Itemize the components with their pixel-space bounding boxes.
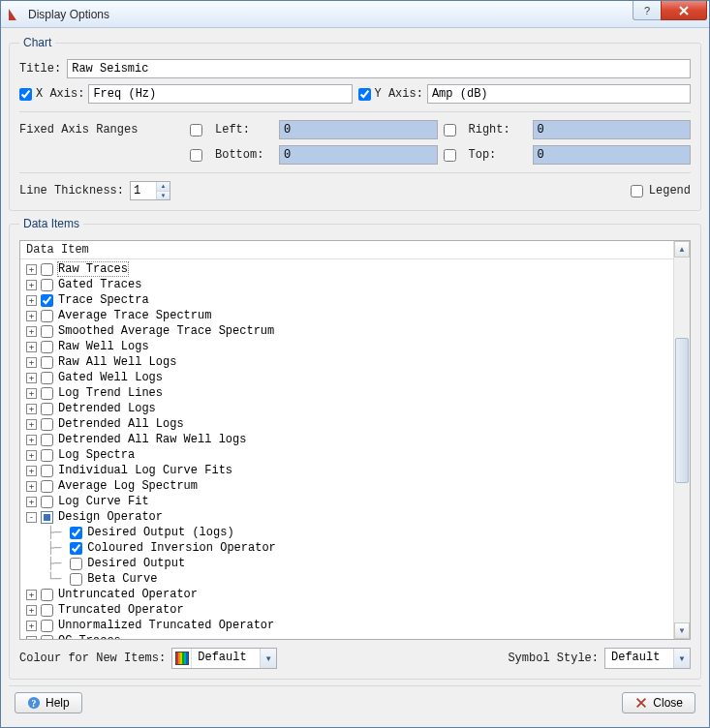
expand-icon[interactable]: + <box>26 481 37 492</box>
xaxis-input[interactable] <box>88 84 352 104</box>
tree-item[interactable]: +Detrended All Logs <box>20 416 673 432</box>
tree-item[interactable]: +Truncated Operator <box>20 602 673 618</box>
tree-checkbox[interactable] <box>41 418 53 431</box>
expand-icon[interactable]: + <box>26 605 37 616</box>
tree-child-item[interactable]: └─ Beta Curve <box>20 571 673 587</box>
expand-icon[interactable]: + <box>26 264 37 275</box>
tree-item[interactable]: +Detrended All Raw Well logs <box>20 432 673 447</box>
symbol-dropdown-button[interactable]: ▼ <box>673 649 690 668</box>
tree-child-item[interactable]: ├─ Coloured Inversion Operator <box>20 540 673 556</box>
tree-checkbox[interactable] <box>41 604 53 617</box>
expand-icon[interactable]: + <box>26 357 37 368</box>
line-thickness-spinner[interactable]: ▲ ▼ <box>130 181 170 200</box>
tree-checkbox[interactable] <box>41 279 53 291</box>
bottom-input[interactable] <box>279 145 438 165</box>
tree-item[interactable]: +Untruncated Operator <box>20 587 673 602</box>
data-items-tree[interactable]: Data Item +Raw Traces+Gated Traces+Trace… <box>20 241 673 639</box>
symbol-combo[interactable]: Default ▼ <box>604 648 691 669</box>
colour-dropdown-button[interactable]: ▼ <box>260 649 276 668</box>
right-checkbox[interactable] <box>444 124 456 136</box>
tree-checkbox-mixed[interactable] <box>41 511 53 524</box>
tree-checkbox[interactable] <box>41 403 53 415</box>
legend-checkbox[interactable] <box>631 185 643 197</box>
top-checkbox[interactable] <box>444 149 456 162</box>
tree-checkbox[interactable] <box>41 449 53 462</box>
left-input[interactable] <box>279 120 438 139</box>
expand-icon[interactable]: + <box>26 311 37 321</box>
top-input[interactable] <box>533 145 692 165</box>
tree-checkbox[interactable] <box>41 589 53 601</box>
tree-checkbox[interactable] <box>41 635 53 640</box>
tree-item[interactable]: +Raw Traces <box>20 261 673 277</box>
tree-checkbox[interactable] <box>70 527 82 539</box>
yaxis-input[interactable] <box>427 84 691 104</box>
tree-item[interactable]: +Unnormalized Truncated Operator <box>20 618 673 633</box>
colour-combo[interactable]: Default ▼ <box>171 648 277 669</box>
tree-checkbox[interactable] <box>41 341 53 353</box>
expand-icon[interactable]: + <box>26 388 37 399</box>
tree-item[interactable]: -Design Operator <box>20 509 673 525</box>
tree-item[interactable]: +Smoothed Average Trace Spectrum <box>20 323 673 339</box>
spinner-up-button[interactable]: ▲ <box>157 182 170 192</box>
expand-icon[interactable]: + <box>26 373 37 383</box>
expand-icon[interactable]: + <box>26 497 37 507</box>
spinner-down-button[interactable]: ▼ <box>157 192 170 200</box>
tree-child-item[interactable]: ├─ Desired Output <box>20 556 673 571</box>
tree-item[interactable]: +Average Log Spectrum <box>20 478 673 494</box>
tree-checkbox[interactable] <box>41 620 53 632</box>
tree-checkbox[interactable] <box>41 263 53 276</box>
tree-scrollbar[interactable]: ▲ ▼ <box>673 241 690 639</box>
scroll-down-button[interactable]: ▼ <box>674 622 690 639</box>
expand-icon[interactable]: + <box>26 342 37 352</box>
tree-checkbox[interactable] <box>41 325 53 338</box>
title-input[interactable] <box>67 59 691 78</box>
tree-item[interactable]: +Gated Traces <box>20 277 673 292</box>
line-thickness-input[interactable] <box>131 182 156 199</box>
expand-icon[interactable]: + <box>26 295 37 306</box>
tree-checkbox[interactable] <box>41 356 53 369</box>
right-input[interactable] <box>533 120 692 139</box>
collapse-icon[interactable]: - <box>26 512 37 523</box>
expand-icon[interactable]: + <box>26 404 37 414</box>
tree-checkbox[interactable] <box>41 496 53 508</box>
tree-item[interactable]: +Raw Well Logs <box>20 339 673 354</box>
close-button[interactable]: Close <box>622 692 695 713</box>
expand-icon[interactable]: + <box>26 450 37 461</box>
expand-icon[interactable]: + <box>26 621 37 631</box>
yaxis-checkbox[interactable] <box>358 88 371 101</box>
tree-checkbox[interactable] <box>41 387 53 400</box>
tree-checkbox[interactable] <box>41 372 53 384</box>
tree-checkbox[interactable] <box>41 480 53 493</box>
expand-icon[interactable]: + <box>26 435 37 445</box>
tree-checkbox[interactable] <box>70 558 82 570</box>
tree-checkbox[interactable] <box>41 294 53 307</box>
titlebar-help-button[interactable]: ? <box>633 1 662 20</box>
tree-item[interactable]: +Log Trend Lines <box>20 385 673 401</box>
help-button[interactable]: ? Help <box>15 692 82 713</box>
xaxis-checkbox[interactable] <box>19 88 32 101</box>
tree-item[interactable]: +Detrended Logs <box>20 401 673 416</box>
tree-item[interactable]: +Gated Well Logs <box>20 370 673 385</box>
tree-checkbox[interactable] <box>41 310 53 322</box>
scroll-up-button[interactable]: ▲ <box>674 241 690 258</box>
tree-checkbox[interactable] <box>70 573 82 586</box>
tree-item[interactable]: +QC Traces <box>20 633 673 639</box>
tree-checkbox[interactable] <box>41 434 53 446</box>
tree-item[interactable]: +Log Spectra <box>20 447 673 463</box>
tree-item[interactable]: +Average Trace Spectrum <box>20 308 673 323</box>
tree-child-item[interactable]: ├─ Desired Output (logs) <box>20 525 673 540</box>
left-checkbox[interactable] <box>190 124 202 136</box>
tree-item[interactable]: +Raw All Well Logs <box>20 354 673 370</box>
expand-icon[interactable]: + <box>26 280 37 290</box>
expand-icon[interactable]: + <box>26 326 37 337</box>
tree-checkbox[interactable] <box>41 465 53 477</box>
tree-item[interactable]: +Log Curve Fit <box>20 494 673 509</box>
expand-icon[interactable]: + <box>26 466 37 476</box>
expand-icon[interactable]: + <box>26 636 37 640</box>
tree-item[interactable]: +Individual Log Curve Fits <box>20 463 673 478</box>
tree-item[interactable]: +Trace Spectra <box>20 292 673 308</box>
titlebar-close-button[interactable] <box>661 1 707 20</box>
expand-icon[interactable]: + <box>26 590 37 600</box>
expand-icon[interactable]: + <box>26 419 37 430</box>
scroll-thumb[interactable] <box>675 338 689 483</box>
